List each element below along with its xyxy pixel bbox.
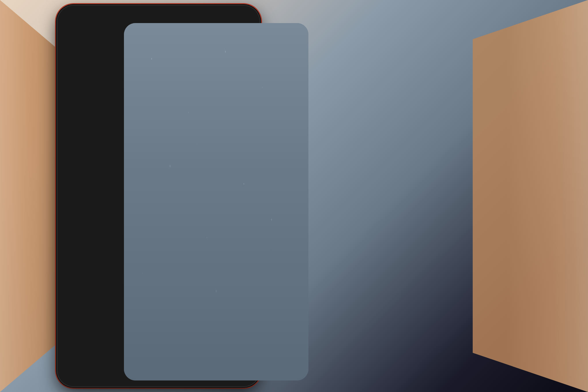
page-dot-1 bbox=[206, 153, 208, 155]
superscanner-label: SuperScanner bbox=[220, 45, 255, 52]
myverizon-label: My Verizon bbox=[266, 94, 293, 100]
svg-text:C: C bbox=[240, 70, 242, 72]
dock: CNN 12 bbox=[133, 330, 300, 372]
health-label: Health bbox=[144, 45, 160, 52]
bcycle-icon[interactable]: B bbox=[179, 60, 211, 92]
bcycle-label: BCycle bbox=[186, 94, 203, 100]
page-dot-4 bbox=[220, 153, 222, 155]
app-superscanner[interactable]: SuperScanner bbox=[219, 23, 256, 52]
svg-rect-53 bbox=[189, 346, 203, 356]
testflight-label: TestFlight bbox=[183, 140, 207, 146]
app-bikebrain[interactable]: BikeBrain bbox=[261, 23, 299, 52]
dock-app-phone[interactable]: 1 bbox=[217, 334, 255, 367]
phone-badge: 1 bbox=[245, 332, 254, 341]
svg-rect-10 bbox=[231, 23, 233, 33]
app-row-1: TUNE IN I N TuneIn Radio bbox=[130, 60, 303, 100]
app-contacts2excel[interactable]: A B C D Contacts2Excel bbox=[219, 60, 256, 100]
bikebrain-icon[interactable] bbox=[264, 23, 296, 43]
svg-text:B: B bbox=[236, 70, 238, 72]
app-bcycle[interactable]: B BCycle bbox=[176, 60, 214, 100]
svg-text:N: N bbox=[155, 76, 158, 80]
tunein-icon[interactable]: TUNE IN I N bbox=[137, 60, 168, 92]
app-tunein[interactable]: TUNE IN I N TuneIn Radio bbox=[134, 60, 171, 100]
top-partial-row: Health ♪ M bbox=[130, 23, 303, 52]
health-icon[interactable] bbox=[137, 23, 168, 43]
svg-rect-54 bbox=[226, 340, 246, 360]
phone-icon[interactable]: 1 bbox=[220, 334, 252, 366]
app-testflight[interactable]: TestFlight bbox=[176, 106, 214, 146]
dock-app-cnn[interactable]: CNN bbox=[138, 334, 176, 367]
svg-rect-11 bbox=[242, 23, 244, 33]
app-row-2: myDSMmobile bbox=[130, 106, 303, 146]
mydsmm-icon[interactable] bbox=[137, 106, 168, 138]
svg-rect-40 bbox=[145, 123, 160, 129]
svg-text:A: A bbox=[232, 70, 234, 72]
page-dot-3 bbox=[215, 153, 217, 155]
page-dot-2 bbox=[210, 153, 213, 155]
svg-text:E: E bbox=[281, 349, 283, 352]
svg-rect-37 bbox=[270, 66, 290, 86]
iowareporter-dot-badge bbox=[223, 105, 227, 109]
svg-rect-2 bbox=[149, 26, 156, 29]
svg-text:B: B bbox=[192, 71, 198, 80]
tunein-label: TuneIn Radio bbox=[136, 94, 169, 100]
bikebrain-label: BikeBrain bbox=[268, 45, 292, 52]
music-label: Music bbox=[188, 45, 202, 52]
mydsmm-label: myDSMmobile bbox=[135, 140, 170, 146]
music-icon[interactable]: ♪ bbox=[179, 23, 211, 43]
app-music[interactable]: ♪ Music bbox=[176, 23, 214, 52]
contacts2excel-label: Contacts2Excel bbox=[221, 94, 253, 99]
svg-text:W: W bbox=[269, 349, 272, 352]
iphone-screen: Health ♪ M bbox=[124, 23, 308, 380]
superscanner-icon[interactable] bbox=[222, 23, 253, 43]
iowareporter-icon[interactable] bbox=[222, 106, 253, 138]
hand-right bbox=[473, 0, 588, 392]
safari-icon[interactable]: N S W E bbox=[260, 334, 291, 366]
dock-app-mail[interactable]: 12 bbox=[178, 334, 215, 367]
cnn-icon[interactable]: CNN bbox=[141, 334, 173, 366]
dock-app-safari[interactable]: N S W E bbox=[257, 334, 294, 367]
app-health[interactable]: Health bbox=[134, 23, 171, 52]
svg-text:CNN: CNN bbox=[149, 346, 165, 355]
mail-icon[interactable]: 12 bbox=[180, 334, 212, 366]
svg-text:♪: ♪ bbox=[193, 23, 197, 31]
svg-text:IN: IN bbox=[145, 76, 149, 81]
page-dots bbox=[130, 153, 303, 155]
app-grid: Health ♪ M bbox=[130, 29, 303, 375]
app-mydsmm[interactable]: myDSMmobile bbox=[134, 106, 171, 146]
myverizon-icon[interactable] bbox=[264, 60, 296, 92]
app-iowareporter[interactable]: IowaReport... bbox=[219, 106, 256, 146]
svg-text:I: I bbox=[155, 71, 156, 76]
svg-text:TUNE: TUNE bbox=[145, 72, 156, 77]
iowareporter-label: IowaReport... bbox=[221, 140, 254, 146]
mail-badge: 12 bbox=[205, 332, 214, 341]
app-myverizon[interactable]: My Verizon bbox=[261, 60, 299, 100]
svg-text:D: D bbox=[244, 70, 246, 72]
svg-point-48 bbox=[193, 120, 196, 123]
page-dot-5 bbox=[224, 153, 227, 155]
svg-point-68 bbox=[275, 349, 276, 351]
iphone-body: Health ♪ M bbox=[58, 6, 259, 386]
contacts2excel-icon[interactable]: A B C D bbox=[222, 60, 253, 92]
testflight-icon[interactable] bbox=[179, 106, 211, 138]
